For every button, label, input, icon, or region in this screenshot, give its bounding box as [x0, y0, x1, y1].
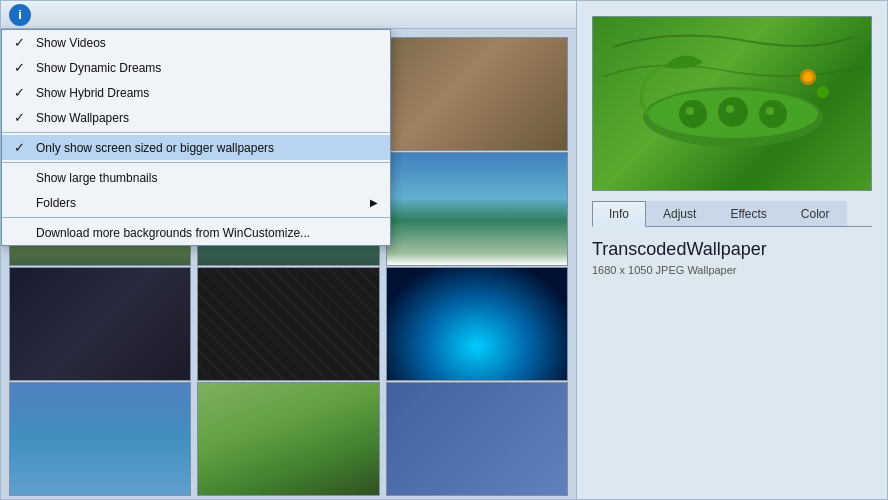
svg-point-7: [766, 107, 774, 115]
menu-item-show-large-thumbnails[interactable]: ✓ Show large thumbnails: [2, 165, 390, 190]
tab-color[interactable]: Color: [784, 201, 847, 226]
tabs-row: Info Adjust Effects Color: [592, 201, 872, 227]
menu-item-only-screen-sized[interactable]: ✓ Only show screen sized or bigger wallp…: [2, 135, 390, 160]
svg-point-10: [817, 86, 829, 98]
svg-point-6: [726, 105, 734, 113]
check-show-dynamic-dreams: ✓: [14, 60, 28, 75]
menu-separator-1: [2, 132, 390, 133]
thumbnail-7[interactable]: [9, 267, 191, 381]
check-show-wallpapers: ✓: [14, 110, 28, 125]
svg-point-4: [759, 100, 787, 128]
menu-item-show-videos[interactable]: ✓ Show Videos: [2, 30, 390, 55]
menu-label-show-videos: Show Videos: [36, 36, 106, 50]
menu-item-folders[interactable]: ✓ Folders ▶: [2, 190, 390, 215]
tab-info[interactable]: Info: [592, 201, 646, 227]
menu-separator-2: [2, 162, 390, 163]
thumbnail-6[interactable]: [386, 152, 568, 266]
menu-label-folders: Folders: [36, 196, 76, 210]
thumbnail-8[interactable]: [197, 267, 379, 381]
menu-label-show-wallpapers: Show Wallpapers: [36, 111, 129, 125]
preview-area: [577, 1, 887, 201]
menu-item-show-dynamic-dreams[interactable]: ✓ Show Dynamic Dreams: [2, 55, 390, 80]
right-panel: Info Adjust Effects Color TranscodedWall…: [577, 1, 887, 499]
left-panel: i ✓ Show Videos ✓ Show Dynamic Dreams ✓ …: [1, 1, 577, 499]
pea-pod-svg: [593, 17, 872, 191]
svg-point-5: [686, 107, 694, 115]
dropdown-menu: ✓ Show Videos ✓ Show Dynamic Dreams ✓ Sh…: [1, 29, 391, 246]
submenu-arrow-folders: ▶: [370, 197, 378, 208]
menu-label-show-hybrid-dreams: Show Hybrid Dreams: [36, 86, 149, 100]
toolbar: i ✓ Show Videos ✓ Show Dynamic Dreams ✓ …: [1, 1, 576, 29]
menu-label-only-screen-sized: Only show screen sized or bigger wallpap…: [36, 141, 274, 155]
menu-label-show-dynamic-dreams: Show Dynamic Dreams: [36, 61, 161, 75]
thumbnail-9[interactable]: [386, 267, 568, 381]
menu-separator-3: [2, 217, 390, 218]
check-only-screen-sized: ✓: [14, 140, 28, 155]
menu-item-show-hybrid-dreams[interactable]: ✓ Show Hybrid Dreams: [2, 80, 390, 105]
tab-effects[interactable]: Effects: [713, 201, 783, 226]
app-container: i ✓ Show Videos ✓ Show Dynamic Dreams ✓ …: [0, 0, 888, 500]
menu-label-show-large-thumbnails: Show large thumbnails: [36, 171, 157, 185]
preview-image: [592, 16, 872, 191]
thumbnail-10[interactable]: [9, 382, 191, 496]
info-section: TranscodedWallpaper 1680 x 1050 JPEG Wal…: [577, 227, 887, 288]
thumbnail-3[interactable]: [386, 37, 568, 151]
thumbnail-12[interactable]: [386, 382, 568, 496]
svg-point-2: [679, 100, 707, 128]
check-show-videos: ✓: [14, 35, 28, 50]
info-icon[interactable]: i: [9, 4, 31, 26]
svg-point-3: [718, 97, 748, 127]
wallpaper-meta: 1680 x 1050 JPEG Wallpaper: [592, 264, 872, 276]
menu-item-show-wallpapers[interactable]: ✓ Show Wallpapers: [2, 105, 390, 130]
menu-label-download-more: Download more backgrounds from WinCustom…: [36, 226, 310, 240]
check-show-hybrid-dreams: ✓: [14, 85, 28, 100]
wallpaper-title: TranscodedWallpaper: [592, 239, 872, 260]
menu-item-download-more[interactable]: ✓ Download more backgrounds from WinCust…: [2, 220, 390, 245]
thumbnail-11[interactable]: [197, 382, 379, 496]
svg-point-9: [803, 72, 813, 82]
tab-adjust[interactable]: Adjust: [646, 201, 713, 226]
